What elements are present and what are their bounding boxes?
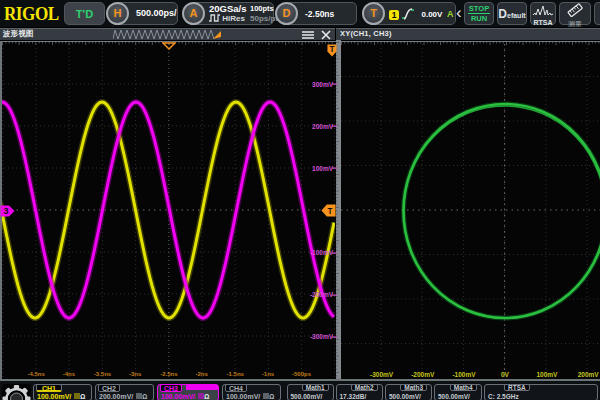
svg-text:3: 3 xyxy=(3,206,8,216)
svg-text:T: T xyxy=(330,45,335,54)
